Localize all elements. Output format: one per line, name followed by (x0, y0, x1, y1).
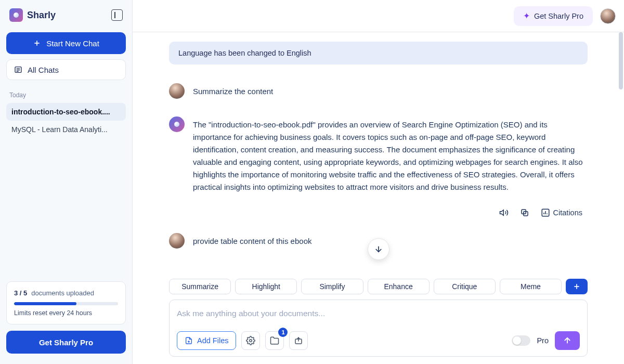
avatar (169, 233, 185, 249)
plus-icon (573, 282, 581, 291)
copy-icon (520, 208, 529, 217)
get-pro-topbar-button[interactable]: ✦ Get Sharly Pro (514, 6, 593, 26)
message-actions: Citations (169, 208, 588, 217)
message-assistant: The "introduction-to-seo-ebook.pdf" prov… (169, 116, 588, 193)
usage-progress (14, 302, 118, 305)
gear-icon (246, 336, 255, 345)
usage-count: 3 / 5 (14, 289, 27, 297)
chip-highlight[interactable]: Highlight (235, 279, 297, 294)
chat-item[interactable]: MySQL - Learn Data Analyti... (6, 121, 126, 138)
start-new-chat-button[interactable]: Start New Chat (6, 32, 126, 54)
scroll-down-button[interactable] (368, 238, 389, 260)
all-chats-button[interactable]: All Chats (6, 59, 126, 80)
chip-add-button[interactable] (566, 279, 588, 294)
main: ✦ Get Sharly Pro Language has been chang… (133, 0, 624, 364)
system-banner: Language has been changed to English (169, 42, 588, 64)
chat-scroll[interactable]: Language has been changed to English Sum… (133, 32, 624, 364)
avatar (169, 83, 185, 99)
get-pro-sidebar-button[interactable]: Get Sharly Pro (6, 331, 126, 354)
arrow-down-icon (374, 244, 383, 254)
usage-progress-bar (14, 302, 76, 305)
export-button[interactable] (289, 331, 308, 350)
chip-simplify[interactable]: Simplify (301, 279, 363, 294)
folder-badge: 1 (278, 328, 288, 337)
plus-icon (33, 39, 41, 47)
chip-meme[interactable]: Meme (500, 279, 562, 294)
arrow-up-icon (563, 336, 572, 345)
suggestion-chips: Summarize Highlight Simplify Enhance Cri… (169, 279, 588, 294)
brand-logo (9, 8, 23, 22)
sidebar-section-label: Today (6, 80, 126, 103)
speak-button[interactable] (499, 208, 509, 217)
composer: Add Files 1 (169, 300, 588, 357)
brand-name: Sharly (27, 10, 56, 21)
settings-button[interactable] (241, 331, 260, 350)
copy-button[interactable] (520, 208, 529, 217)
topbar: ✦ Get Sharly Pro (133, 0, 624, 32)
chip-enhance[interactable]: Enhance (368, 279, 430, 294)
list-icon (14, 66, 22, 74)
brand: Sharly (9, 8, 56, 22)
pro-toggle[interactable] (512, 335, 530, 346)
chip-summarize[interactable]: Summarize (169, 279, 231, 294)
folder-icon (270, 336, 279, 345)
folder-button[interactable]: 1 (265, 331, 284, 350)
scrollbar-thumb[interactable] (619, 32, 623, 89)
speaker-icon (499, 208, 509, 217)
usage-card: 3 / 5 documents uploaded Limits reset ev… (6, 281, 126, 324)
collapse-sidebar-button[interactable] (111, 9, 123, 21)
file-plus-icon (185, 336, 193, 345)
message-text: provide table content of this ebook (193, 233, 312, 249)
pro-toggle-label: Pro (537, 336, 549, 345)
avatar (169, 116, 185, 132)
citations-button[interactable]: Citations (541, 208, 582, 217)
scrollbar[interactable] (619, 32, 623, 364)
send-button[interactable] (555, 331, 580, 350)
usage-label: documents uploaded (31, 289, 94, 297)
chat-item[interactable]: introduction-to-seo-ebook.... (6, 103, 126, 121)
chip-critique[interactable]: Critique (434, 279, 496, 294)
message-user: Summarize the content (169, 83, 588, 99)
export-icon (294, 336, 303, 345)
message-text: The "introduction-to-seo-ebook.pdf" prov… (193, 116, 588, 193)
composer-area: Summarize Highlight Simplify Enhance Cri… (133, 275, 624, 364)
message-input[interactable] (177, 306, 580, 321)
svg-point-18 (250, 340, 252, 342)
message-text: Summarize the content (193, 83, 273, 99)
chart-icon (541, 208, 550, 217)
user-avatar[interactable] (600, 8, 616, 24)
svg-marker-6 (500, 210, 503, 216)
usage-reset-text: Limits reset every 24 hours (14, 309, 118, 317)
add-files-button[interactable]: Add Files (177, 331, 236, 350)
sidebar: Sharly Start New Chat All Chats Today in… (0, 0, 133, 364)
sparkle-icon: ✦ (523, 11, 530, 21)
